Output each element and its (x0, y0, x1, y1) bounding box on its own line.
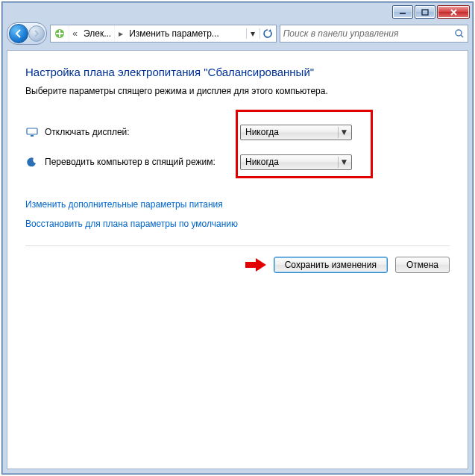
chevron-down-icon: ▼ (338, 127, 350, 138)
back-button[interactable] (9, 24, 28, 43)
breadcrumb-prefix[interactable]: « (69, 25, 81, 42)
chevron-down-icon: ▼ (338, 157, 350, 168)
display-off-row: Отключать дисплей: Никогда ▼ (25, 117, 450, 147)
page-subtitle: Выберите параметры спящего режима и дисп… (25, 86, 450, 96)
display-icon (25, 125, 39, 139)
sleep-dropdown[interactable]: Никогда ▼ (240, 154, 352, 170)
breadcrumb-bar[interactable]: « Элек... ▸ Изменить параметр... ▾ (50, 25, 277, 43)
link-list: Изменить дополнительные параметры питани… (25, 199, 450, 229)
svg-point-5 (456, 30, 462, 36)
restore-defaults-link[interactable]: Восстановить для плана параметры по умол… (25, 219, 450, 229)
display-off-label: Отключать дисплей: (45, 127, 240, 137)
power-options-icon (52, 26, 67, 41)
svg-rect-4 (59, 30, 60, 37)
sleep-row: Переводить компьютер в спящий режим: Ник… (25, 147, 450, 177)
titlebar (2, 2, 473, 22)
search-icon[interactable] (451, 28, 468, 39)
nav-buttons (7, 22, 47, 45)
display-off-dropdown[interactable]: Никогда ▼ (240, 125, 352, 140)
close-button[interactable] (437, 5, 470, 19)
svg-line-6 (461, 35, 463, 37)
chevron-right-icon[interactable]: ▸ (114, 25, 126, 42)
refresh-button[interactable] (259, 28, 276, 39)
minimize-button[interactable] (392, 5, 413, 19)
sleep-icon (25, 155, 39, 169)
client-area: Настройка плана электропитания "Сбаланси… (7, 50, 468, 469)
page-title: Настройка плана электропитания "Сбаланси… (25, 66, 450, 78)
svg-rect-1 (422, 10, 428, 15)
button-bar: Сохранить изменения Отмена (25, 245, 450, 273)
arrow-callout-icon (245, 257, 266, 272)
address-bar: « Элек... ▸ Изменить параметр... ▾ Поиск… (7, 22, 468, 46)
save-button[interactable]: Сохранить изменения (274, 257, 388, 273)
svg-rect-9 (245, 262, 256, 268)
breadcrumb-dropdown[interactable]: ▾ (246, 28, 259, 39)
search-placeholder: Поиск в панели управления (280, 28, 451, 39)
maximize-button[interactable] (415, 5, 435, 19)
display-off-value: Никогда (245, 127, 279, 137)
advanced-settings-link[interactable]: Изменить дополнительные параметры питани… (25, 199, 450, 210)
breadcrumb-segment-1[interactable]: Элек... (81, 28, 114, 39)
svg-rect-0 (400, 13, 406, 14)
breadcrumb-segment-2[interactable]: Изменить параметр... (126, 28, 222, 39)
cancel-button[interactable]: Отмена (395, 257, 450, 273)
svg-rect-8 (31, 135, 34, 137)
sleep-value: Никогда (245, 157, 279, 167)
search-input[interactable]: Поиск в панели управления (280, 25, 468, 43)
settings-block: Отключать дисплей: Никогда ▼ Переводить … (25, 117, 450, 177)
forward-button[interactable] (28, 25, 45, 42)
svg-rect-7 (27, 128, 37, 134)
window-frame: « Элек... ▸ Изменить параметр... ▾ Поиск… (1, 1, 474, 475)
sleep-label: Переводить компьютер в спящий режим: (45, 157, 240, 167)
